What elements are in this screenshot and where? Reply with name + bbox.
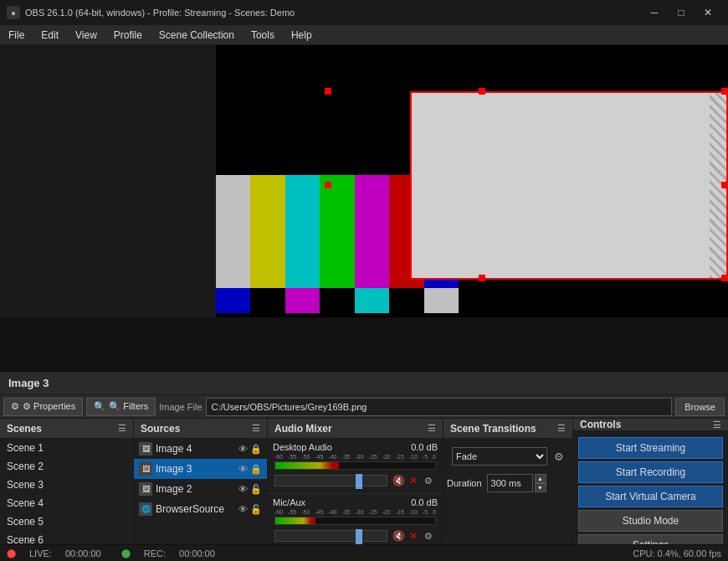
visibility-browser[interactable]: 👁 <box>237 504 249 515</box>
menu-tools[interactable]: Tools <box>243 25 283 45</box>
audio-desktop-controls: 🔇 ✕ ⚙ <box>273 471 438 490</box>
handle-top-left[interactable] <box>325 88 331 95</box>
cpu-stats: CPU: 0.4%, 60.00 fps <box>633 548 721 558</box>
source-controls-bar: ⚙ ⚙ Properties 🔍 🔍 Filters Image File Br… <box>0 395 728 419</box>
transition-select-row: Fade Cut Swipe Slide Stinger Fade to Col… <box>447 444 569 469</box>
controls-panel: Controls ☰ Start Streaming Start Recordi… <box>573 419 728 561</box>
menu-help[interactable]: Help <box>283 25 320 45</box>
menu-profile[interactable]: Profile <box>105 25 151 45</box>
scenes-list: Scene 1 Scene 2 Scene 3 Scene 4 Scene 5 … <box>0 439 133 554</box>
audio-mic-thumb[interactable] <box>356 529 362 544</box>
lock-image3[interactable]: 🔒 <box>250 464 262 475</box>
browse-button[interactable]: Browse <box>675 398 725 416</box>
studio-mode-button[interactable]: Studio Mode <box>578 510 723 532</box>
file-type-label: Image File <box>159 402 202 412</box>
maximize-button[interactable]: □ <box>668 3 695 22</box>
duration-down-button[interactable]: ▼ <box>535 483 546 492</box>
lock-browser[interactable]: 🔓 <box>250 504 262 515</box>
sources-menu-icon[interactable]: ☰ <box>252 423 260 434</box>
controls-menu-icon[interactable]: ☰ <box>713 419 721 430</box>
filter-icon: 🔍 <box>94 401 105 412</box>
app-icon: ● <box>7 6 20 19</box>
titlebar-left: ● OBS 26.1.0 (64-bit, windows) - Profile… <box>7 6 295 19</box>
menu-file[interactable]: File <box>0 25 33 45</box>
audio-mic-mute[interactable]: 🔇 <box>391 528 406 543</box>
scene-item-2[interactable]: Scene 2 <box>0 457 133 476</box>
menu-view[interactable]: View <box>67 25 105 45</box>
duration-input[interactable] <box>487 474 533 492</box>
duration-up-button[interactable]: ▲ <box>535 474 546 483</box>
window-title: OBS 26.1.0 (64-bit, windows) - Profile: … <box>25 8 295 18</box>
visibility-image3[interactable]: 👁 <box>237 464 249 475</box>
source-item-image3[interactable]: 🖼 Image 3 👁 🔒 <box>134 459 267 479</box>
scene-item-5[interactable]: Scene 5 <box>0 512 133 531</box>
start-virtual-camera-button[interactable]: Start Virtual Camera <box>578 486 723 507</box>
selected-source-name: Image 3 <box>8 377 49 389</box>
audio-desktop-settings[interactable]: ⚙ <box>421 473 436 488</box>
close-button[interactable]: ✕ <box>695 3 721 22</box>
audio-channels: Desktop Audio 0.0 dB -60-55-50-45-40-35-… <box>268 439 443 561</box>
menu-edit[interactable]: Edit <box>33 25 67 45</box>
audio-mic-header: Mic/Aux 0.0 dB <box>273 497 438 507</box>
audio-desktop-mute[interactable]: 🔇 <box>391 473 406 488</box>
source-item-browser[interactable]: 🌐 BrowserSource 👁 🔓 <box>134 499 267 519</box>
source-icon-image4: 🖼 <box>139 442 152 455</box>
minimize-button[interactable]: ─ <box>641 3 668 22</box>
source-item-image4[interactable]: 🖼 Image 4 👁 🔒 <box>134 439 267 459</box>
lock-image4[interactable]: 🔒 <box>250 444 262 455</box>
filters-label: 🔍 Filters <box>109 401 148 412</box>
scenes-menu-icon[interactable]: ☰ <box>118 423 126 434</box>
transitions-menu-icon[interactable]: ☰ <box>557 423 566 434</box>
handle-bot-center[interactable] <box>479 275 485 281</box>
properties-button[interactable]: ⚙ ⚙ Properties <box>3 398 83 416</box>
rec-icon: ⬤ <box>121 548 131 558</box>
selected-image-overlay <box>410 91 728 280</box>
preview-bottom-dark <box>0 317 728 372</box>
source-item-image2[interactable]: 🖼 Image 2 👁 🔓 <box>134 479 267 499</box>
image-path-input[interactable] <box>206 398 673 416</box>
duration-control: ▲ ▼ <box>487 474 546 492</box>
lock-image2[interactable]: 🔓 <box>250 484 262 495</box>
source-icon-image2: 🖼 <box>139 482 152 496</box>
scene-item-1[interactable]: Scene 1 <box>0 439 133 457</box>
titlebar-controls[interactable]: ─ □ ✕ <box>641 3 721 22</box>
source-label-image2: Image 2 <box>156 483 192 495</box>
handle-top-right[interactable] <box>721 88 728 95</box>
visibility-image2[interactable]: 👁 <box>237 484 249 495</box>
start-recording-button[interactable]: Start Recording <box>578 461 723 483</box>
scene-item-4[interactable]: Scene 4 <box>0 494 133 512</box>
audio-mic-settings[interactable]: ⚙ <box>421 528 436 543</box>
rec-time: 00:00:00 <box>179 548 215 558</box>
live-time: 00:00:00 <box>65 548 101 558</box>
transition-type-select[interactable]: Fade Cut Swipe Slide Stinger Fade to Col… <box>452 447 547 466</box>
audio-desktop-mute-icon: ✕ <box>409 475 418 486</box>
handle-mid-left[interactable] <box>325 182 331 188</box>
meter-scale-desktop: -60-55-50-45-40-35-30-25-20-15-10-50 <box>273 454 438 460</box>
visibility-image4[interactable]: 👁 <box>237 444 249 455</box>
scene-item-3[interactable]: Scene 3 <box>0 476 133 494</box>
audio-desktop-fader[interactable] <box>274 475 387 486</box>
controls-buttons: Start Streaming Start Recording Start Vi… <box>573 431 728 561</box>
controls-title: Controls <box>580 419 621 430</box>
start-streaming-button[interactable]: Start Streaming <box>578 437 723 459</box>
audio-desktop-thumb[interactable] <box>356 474 362 489</box>
transitions-title: Scene Transitions <box>450 423 536 435</box>
scenes-title: Scenes <box>7 423 42 435</box>
audio-desktop-db: 0.0 dB <box>411 442 438 452</box>
live-label: LIVE: <box>29 548 52 558</box>
filters-button[interactable]: 🔍 🔍 Filters <box>86 398 156 416</box>
source-label-bar: Image 3 <box>0 372 728 395</box>
source-controls-image4: 👁 🔒 <box>237 444 262 455</box>
handle-top-center[interactable] <box>479 88 485 95</box>
transition-settings-button[interactable]: ⚙ <box>554 450 564 463</box>
source-icon-browser: 🌐 <box>139 502 152 516</box>
handle-bot-right[interactable] <box>721 275 728 281</box>
sources-list: 🖼 Image 4 👁 🔒 🖼 Image 3 👁 🔒 🖼 Image 2 <box>134 439 267 554</box>
handle-mid-right[interactable] <box>721 182 728 188</box>
audio-mic-fader[interactable] <box>274 530 387 542</box>
audio-title: Audio Mixer <box>274 423 332 435</box>
transitions-content: Fade Cut Swipe Slide Stinger Fade to Col… <box>443 439 572 561</box>
menu-scene-collection[interactable]: Scene Collection <box>151 25 243 45</box>
meter-scale-mic: -60-55-50-45-40-35-30-25-20-15-10-50 <box>273 509 438 515</box>
audio-menu-icon[interactable]: ☰ <box>428 423 436 434</box>
